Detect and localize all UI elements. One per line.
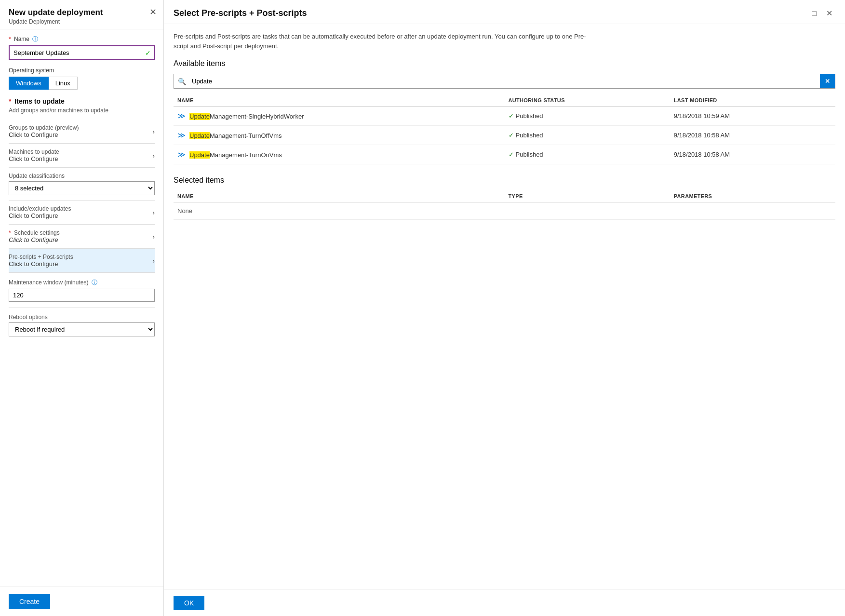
maintenance-section: Maintenance window (minutes) ⓘ — [9, 273, 155, 308]
item-modified-cell: 9/18/2018 10:58 AM — [670, 126, 835, 145]
item-name-cell: ≫UpdateManagement-SingleHybridWorker — [174, 107, 505, 126]
search-input[interactable] — [190, 75, 820, 88]
right-panel-title: Select Pre-scripts + Post-scripts — [174, 8, 307, 18]
selected-items-title: Selected items — [174, 176, 835, 185]
left-panel: New update deployment Update Deployment … — [0, 0, 164, 616]
include-exclude-item[interactable]: Include/exclude updates Click to Configu… — [9, 201, 155, 225]
reboot-select[interactable]: Reboot if required Never reboot Always r… — [9, 322, 155, 336]
machines-to-update-item[interactable]: Machines to update Click to Configure › — [9, 144, 155, 168]
groups-to-update-item[interactable]: Groups to update (preview) Click to Conf… — [9, 120, 155, 144]
right-header: Select Pre-scripts + Post-scripts □ ✕ — [164, 0, 845, 24]
os-buttons: Windows Linux — [9, 77, 155, 90]
selected-table: NAME TYPE PARAMETERS None — [174, 190, 835, 220]
panel-subtitle: Update Deployment — [9, 18, 155, 25]
required-star: * — [9, 36, 11, 42]
close-right-button[interactable]: ✕ — [823, 8, 835, 19]
published-check-icon: ✓ — [509, 132, 514, 139]
name-check-icon: ✓ — [145, 49, 151, 57]
items-to-update-heading: * Items to update — [9, 97, 155, 105]
schedule-title: * Schedule settings — [9, 229, 152, 236]
ok-button[interactable]: OK — [174, 596, 204, 610]
available-table: NAME AUTHORING STATUS LAST MODIFIED ≫Upd… — [174, 94, 835, 164]
available-status-header: AUTHORING STATUS — [505, 94, 670, 107]
published-check-icon: ✓ — [509, 151, 514, 158]
available-name-header: NAME — [174, 94, 505, 107]
machines-item-title: Machines to update — [9, 148, 152, 155]
name-input[interactable] — [9, 45, 155, 60]
right-footer: OK — [164, 589, 845, 616]
available-items-title: Available items — [174, 59, 835, 68]
name-input-wrap: ✓ — [9, 45, 155, 60]
os-label: Operating system — [9, 67, 155, 74]
name-rest-text: Management-TurnOnVms — [210, 151, 282, 159]
description-text: Pre-scripts and Post-scripts are tasks t… — [174, 32, 588, 51]
prescripts-value: Click to Configure — [9, 260, 152, 268]
table-row[interactable]: ≫UpdateManagement-TurnOnVms✓Published9/1… — [174, 145, 835, 164]
classifications-label: Update classifications — [9, 173, 155, 179]
item-modified-cell: 9/18/2018 10:59 AM — [670, 107, 835, 126]
item-status-cell: ✓Published — [505, 107, 670, 126]
table-row[interactable]: ≫UpdateManagement-SingleHybridWorker✓Pub… — [174, 107, 835, 126]
item-status-cell: ✓Published — [505, 126, 670, 145]
name-rest-text: Management-SingleHybridWorker — [210, 113, 304, 120]
maintenance-input[interactable] — [9, 289, 155, 302]
close-left-button[interactable]: ✕ — [149, 7, 157, 17]
name-rest-text: Management-TurnOffVms — [210, 132, 282, 139]
left-body: * Name ⓘ ✓ Operating system Windows Linu… — [0, 29, 163, 587]
item-status-cell: ✓Published — [505, 145, 670, 164]
item-name-cell: ≫UpdateManagement-TurnOffVms — [174, 126, 505, 145]
groups-chevron-icon: › — [152, 128, 155, 135]
search-bar: 🔍 ✕ — [174, 74, 835, 89]
schedule-value: Click to Configure — [9, 236, 152, 243]
items-to-update-desc: Add groups and/or machines to update — [9, 107, 155, 114]
none-text: None — [174, 202, 835, 220]
minimize-button[interactable]: □ — [809, 8, 819, 19]
right-header-actions: □ ✕ — [809, 8, 835, 19]
selected-name-header: NAME — [174, 190, 505, 202]
runbook-icon: ≫ — [177, 150, 186, 159]
include-exclude-value: Click to Configure — [9, 212, 152, 219]
os-windows-button[interactable]: Windows — [9, 77, 49, 90]
reboot-label: Reboot options — [9, 314, 155, 321]
machines-chevron-icon: › — [152, 152, 155, 160]
table-row: None — [174, 202, 835, 220]
include-exclude-chevron-icon: › — [152, 209, 155, 216]
item-modified-cell: 9/18/2018 10:58 AM — [670, 145, 835, 164]
runbook-icon: ≫ — [177, 131, 186, 139]
left-header: New update deployment Update Deployment … — [0, 0, 163, 29]
highlight-text: Update — [189, 132, 210, 139]
maintenance-info-icon[interactable]: ⓘ — [92, 279, 97, 286]
classifications-wrap: Update classifications 8 selected — [9, 168, 155, 201]
maintenance-label: Maintenance window (minutes) ⓘ — [9, 279, 155, 287]
reboot-section: Reboot options Reboot if required Never … — [9, 308, 155, 342]
search-icon: 🔍 — [174, 75, 190, 88]
name-info-icon[interactable]: ⓘ — [32, 36, 38, 42]
prescripts-title: Pre-scripts + Post-scripts — [9, 254, 152, 260]
published-check-icon: ✓ — [509, 112, 514, 120]
classifications-select[interactable]: 8 selected — [9, 181, 155, 195]
schedule-chevron-icon: › — [152, 233, 155, 241]
groups-item-value: Click to Configure — [9, 131, 152, 138]
runbook-icon: ≫ — [177, 112, 186, 120]
create-button[interactable]: Create — [9, 594, 50, 609]
selected-params-header: PARAMETERS — [670, 190, 835, 202]
machines-item-value: Click to Configure — [9, 155, 152, 162]
prescripts-chevron-icon: › — [152, 257, 155, 265]
selected-type-header: TYPE — [505, 190, 670, 202]
right-panel: Select Pre-scripts + Post-scripts □ ✕ Pr… — [164, 0, 845, 616]
available-modified-header: LAST MODIFIED — [670, 94, 835, 107]
search-clear-button[interactable]: ✕ — [820, 74, 835, 88]
groups-item-title: Groups to update (preview) — [9, 124, 152, 131]
os-linux-button[interactable]: Linux — [49, 77, 78, 90]
table-row[interactable]: ≫UpdateManagement-TurnOffVms✓Published9/… — [174, 126, 835, 145]
prescripts-item[interactable]: Pre-scripts + Post-scripts Click to Conf… — [9, 249, 155, 273]
schedule-settings-item[interactable]: * Schedule settings Click to Configure › — [9, 225, 155, 249]
highlight-text: Update — [189, 113, 210, 120]
name-label: * Name ⓘ — [9, 35, 155, 43]
right-body: Pre-scripts and Post-scripts are tasks t… — [164, 24, 845, 589]
highlight-text: Update — [189, 151, 210, 159]
panel-title: New update deployment — [9, 8, 155, 17]
item-name-cell: ≫UpdateManagement-TurnOnVms — [174, 145, 505, 164]
include-exclude-title: Include/exclude updates — [9, 205, 152, 212]
left-footer: Create — [0, 587, 163, 616]
